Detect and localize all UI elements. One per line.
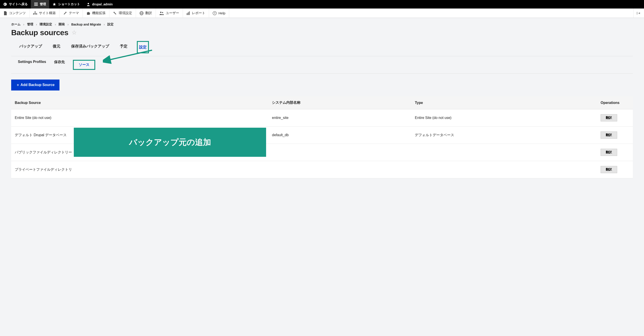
chevron-right-icon: › <box>23 23 24 26</box>
cell-machine: default_db <box>268 126 411 144</box>
toolbar-top: サイトへ戻る 管理 ショートカット drupal_admin <box>0 0 644 9</box>
back-to-site[interactable]: サイトへ戻る <box>0 0 31 9</box>
admin-structure[interactable]: サイト構築 <box>30 9 60 18</box>
back-to-site-label: サイトへ戻る <box>9 2 28 6</box>
admin-help-label: Help <box>218 11 226 15</box>
cell-machine <box>268 144 411 161</box>
admin-extend-label: 機能拡張 <box>92 11 106 15</box>
svg-point-13 <box>162 12 163 13</box>
person-icon <box>86 2 90 6</box>
breadcrumb-item[interactable]: 開発 <box>58 22 65 27</box>
collapse-icon <box>637 12 641 15</box>
wrench-icon <box>63 11 67 15</box>
svg-rect-1 <box>34 3 38 3</box>
cell-name: Entire Site (do not use) <box>11 109 268 126</box>
admin-reports-label: レポート <box>192 11 205 15</box>
svg-rect-6 <box>33 14 34 15</box>
th-ops: Operations <box>597 96 633 109</box>
admin-appearance-label: テーマ <box>69 11 79 15</box>
admin-people-label: ユーザー <box>166 11 179 15</box>
breadcrumb-item[interactable]: 管理 <box>27 22 33 27</box>
tab-profiles[interactable]: Settings Profiles <box>18 60 46 70</box>
svg-rect-3 <box>34 5 38 6</box>
star-icon <box>52 2 56 6</box>
breadcrumb-item[interactable]: ホーム <box>11 22 20 27</box>
admin-content-label: コンテンツ <box>9 11 26 15</box>
tab-sources[interactable]: ソース <box>73 60 95 70</box>
svg-point-4 <box>88 3 89 4</box>
table-row: プライベートファイルディレクトリ 翻訳 <box>11 161 633 178</box>
tab-settings[interactable]: 設定 <box>137 41 149 53</box>
file-icon <box>4 11 7 15</box>
table-row: Entire Site (do not use) entire_site Ent… <box>11 109 633 126</box>
th-source: Backup Source <box>11 96 268 109</box>
chevron-right-icon: › <box>36 23 37 26</box>
admin-reports[interactable]: レポート <box>183 9 209 18</box>
svg-text:?: ? <box>214 12 216 15</box>
tabs-secondary: Settings Profiles 保存先 ソース <box>11 56 633 74</box>
tabs-primary: バックアップ 復元 保存済みバックアップ 予定 設定 <box>11 41 633 56</box>
svg-rect-16 <box>189 12 190 15</box>
breadcrumb-item[interactable]: 環境設定 <box>40 22 52 27</box>
th-type: Type <box>411 96 597 109</box>
chevron-right-icon: › <box>104 23 105 26</box>
sitemap-icon <box>33 12 37 15</box>
manage-toggle[interactable]: 管理 <box>31 0 49 9</box>
chevron-right-icon: › <box>68 23 69 26</box>
cell-type <box>411 144 597 161</box>
hamburger-icon <box>34 2 38 6</box>
admin-config-label: 環境設定 <box>119 11 132 15</box>
star-outline-icon[interactable]: ☆ <box>72 29 77 36</box>
bars-icon <box>186 12 190 15</box>
add-backup-source-button[interactable]: ＋ Add Backup Source <box>11 80 60 90</box>
puzzle-icon <box>86 11 90 15</box>
chevron-right-icon: › <box>55 23 56 26</box>
admin-config[interactable]: 環境設定 <box>109 9 136 18</box>
cell-machine: entire_site <box>268 109 411 126</box>
admin-help[interactable]: ? Help <box>209 9 229 18</box>
cell-type: デフォルトデータベース <box>411 126 597 144</box>
toolbar-admin: コンテンツ サイト構築 テーマ 機能拡張 環境設定 翻訳 ユーザー レポート ?… <box>0 9 644 18</box>
op-translate-button[interactable]: 翻訳 <box>600 114 617 121</box>
svg-rect-15 <box>188 12 188 15</box>
globe-icon <box>140 11 144 15</box>
tab-saved[interactable]: 保存済みバックアップ <box>70 41 110 53</box>
op-translate-button[interactable]: 翻訳 <box>600 149 617 156</box>
admin-translate-label: 翻訳 <box>145 11 152 15</box>
manage-label: 管理 <box>40 2 46 6</box>
page-title: Backup sources <box>11 28 68 37</box>
svg-point-0 <box>4 3 7 6</box>
cell-name: プライベートファイルディレクトリ <box>11 161 268 178</box>
cell-type: Entire Site (do not use) <box>411 109 597 126</box>
shortcuts-label: ショートカット <box>58 2 80 6</box>
admin-content[interactable]: コンテンツ <box>0 9 30 18</box>
tab-destinations[interactable]: 保存先 <box>54 60 65 70</box>
breadcrumb-item[interactable]: Backup and Migrate <box>71 23 101 26</box>
user-menu[interactable]: drupal_admin <box>83 0 116 9</box>
op-translate-button[interactable]: 翻訳 <box>600 131 617 139</box>
page-title-row: Backup sources ☆ <box>11 28 633 37</box>
shortcuts[interactable]: ショートカット <box>49 0 83 9</box>
th-machine: システム内部名称 <box>268 96 411 109</box>
collapse-toolbar[interactable] <box>634 9 644 18</box>
user-label: drupal_admin <box>92 3 113 6</box>
admin-appearance[interactable]: テーマ <box>60 9 83 18</box>
admin-structure-label: サイト構築 <box>39 11 56 15</box>
admin-translate[interactable]: 翻訳 <box>136 9 156 18</box>
page-body: ホーム › 管理 › 環境設定 › 開発 › Backup and Migrat… <box>0 18 644 192</box>
svg-point-12 <box>160 12 162 13</box>
svg-rect-8 <box>36 14 37 15</box>
breadcrumb-item[interactable]: 設定 <box>107 22 114 27</box>
svg-rect-14 <box>187 13 188 15</box>
tab-backup[interactable]: バックアップ <box>18 41 44 53</box>
op-translate-button[interactable]: 翻訳 <box>600 166 617 173</box>
question-icon: ? <box>213 11 217 15</box>
chevron-left-icon <box>3 2 7 6</box>
admin-extend[interactable]: 機能拡張 <box>83 9 109 18</box>
tab-restore[interactable]: 復元 <box>52 41 62 53</box>
tab-schedule[interactable]: 予定 <box>118 41 129 53</box>
svg-rect-5 <box>35 12 36 12</box>
annotation-banner: バックアップ元の追加 <box>74 128 266 157</box>
svg-rect-2 <box>34 4 38 5</box>
admin-people[interactable]: ユーザー <box>156 9 183 18</box>
